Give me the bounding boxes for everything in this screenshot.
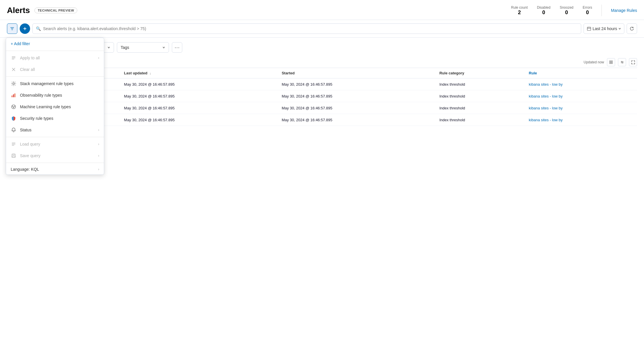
toolbar: 🔍 Last 24 hours — [0, 20, 644, 38]
more-filters-button[interactable]: ⋯ — [172, 42, 182, 53]
header-divider — [601, 5, 602, 16]
filter-icon — [10, 26, 14, 31]
svg-rect-27 — [12, 154, 15, 157]
stat-disabled: Disabled 0 — [537, 5, 551, 16]
refresh-button[interactable] — [627, 23, 637, 34]
save-query-item[interactable]: Save query › — [6, 150, 104, 161]
save-query-chevron: › — [98, 154, 99, 158]
col-last-updated[interactable]: Last updated ↓ — [121, 68, 278, 78]
ml-icon — [11, 104, 16, 110]
sort-icon: ↓ — [150, 71, 151, 75]
add-filter-circle-button[interactable] — [20, 23, 30, 34]
search-container: 🔍 — [32, 23, 581, 34]
group-filter-chevron — [107, 46, 110, 49]
time-picker[interactable]: Last 24 hours — [584, 23, 624, 34]
grid-view-button[interactable] — [607, 58, 615, 66]
language-chevron: › — [98, 167, 99, 171]
expand-button[interactable] — [629, 58, 637, 66]
cell-started: May 30, 2024 @ 16:46:57.895 — [278, 102, 436, 114]
col-rule-category: Rule category — [436, 68, 525, 78]
dropdown-divider-1 — [6, 51, 104, 51]
svg-rect-35 — [611, 61, 612, 62]
updated-text: Updated now — [584, 60, 604, 64]
add-filter-item[interactable]: + Add filter — [6, 38, 104, 49]
cell-started: May 30, 2024 @ 16:46:57.895 — [278, 114, 436, 126]
main-content: + Add filter Apply to all › — [0, 38, 644, 131]
stack-management-item[interactable]: Stack management rule types — [6, 78, 104, 89]
cell-last-updated: May 30, 2024 @ 16:46:57.895 — [121, 102, 278, 114]
observability-item[interactable]: Observability rule types — [6, 89, 104, 101]
page-title: Alerts — [7, 6, 30, 15]
filter-dropdown-panel: + Add filter Apply to all › — [6, 38, 104, 175]
search-icon: 🔍 — [36, 26, 41, 31]
expand-icon — [631, 60, 635, 64]
dropdown-divider-2 — [6, 76, 104, 77]
load-query-icon — [11, 141, 16, 147]
calendar-icon — [587, 26, 591, 31]
tags-filter-chevron — [162, 46, 165, 49]
status-chevron: › — [98, 128, 99, 132]
clear-all-icon — [11, 67, 16, 72]
cell-rule[interactable]: kibana sites - low by — [525, 90, 637, 102]
cell-last-updated: May 30, 2024 @ 16:46:57.895 — [121, 90, 278, 102]
clear-all-item[interactable]: Clear all — [6, 64, 104, 75]
svg-rect-16 — [13, 94, 14, 97]
tags-filter-dropdown[interactable]: Tags — [117, 42, 169, 53]
search-input[interactable] — [32, 23, 581, 34]
security-item[interactable]: Security rule types — [6, 113, 104, 124]
manage-rules-link[interactable]: Manage Rules — [611, 8, 637, 13]
chevron-down-icon — [618, 27, 621, 30]
stat-errors: Errors 0 — [583, 5, 592, 16]
svg-rect-37 — [611, 63, 612, 64]
time-picker-text: Last 24 hours — [593, 26, 617, 31]
filter-toggle-button[interactable] — [7, 23, 17, 34]
status-item[interactable]: Status › — [6, 124, 104, 136]
machine-learning-item[interactable]: Machine Learning rule types — [6, 101, 104, 113]
apply-to-all-item[interactable]: Apply to all › — [6, 52, 104, 64]
svg-line-23 — [14, 106, 14, 108]
cell-rule-category: Index threshold — [436, 114, 525, 126]
grid-icon — [609, 60, 613, 64]
load-query-item[interactable]: Load query › — [6, 138, 104, 150]
language-item[interactable]: Language: KQL › — [6, 164, 104, 175]
save-query-icon — [11, 153, 16, 159]
cell-rule-category: Index threshold — [436, 90, 525, 102]
bell-icon — [11, 127, 16, 133]
cell-rule[interactable]: kibana sites - low by — [525, 102, 637, 114]
barchart-icon — [11, 92, 16, 98]
svg-rect-17 — [14, 93, 15, 97]
col-started: Started — [278, 68, 436, 78]
refresh-icon — [630, 26, 634, 31]
dropdown-divider-4 — [6, 163, 104, 163]
col-rule: Rule — [525, 68, 637, 78]
plus-icon — [23, 27, 27, 31]
cell-rule[interactable]: kibana sites - low by — [525, 114, 637, 126]
cell-started: May 30, 2024 @ 16:46:57.895 — [278, 78, 436, 90]
tabs-right: Updated now — [584, 58, 637, 66]
cell-last-updated: May 30, 2024 @ 16:46:57.895 — [121, 114, 278, 126]
cell-rule[interactable]: kibana sites - low by — [525, 78, 637, 90]
svg-rect-29 — [12, 156, 15, 157]
svg-point-40 — [621, 61, 622, 62]
apply-to-all-chevron: › — [98, 56, 99, 60]
svg-rect-36 — [610, 63, 611, 64]
apply-to-all-icon — [11, 55, 16, 61]
svg-rect-34 — [610, 61, 611, 62]
settings-view-button[interactable] — [618, 58, 626, 66]
svg-rect-15 — [12, 95, 12, 97]
stat-rule-count: Rule count 2 — [511, 5, 528, 16]
cell-started: May 30, 2024 @ 16:46:57.895 — [278, 90, 436, 102]
tech-preview-badge: TECHNICAL PREVIEW — [34, 8, 77, 13]
cell-rule-category: Index threshold — [436, 102, 525, 114]
svg-rect-5 — [587, 27, 591, 30]
cell-last-updated: May 30, 2024 @ 16:46:57.895 — [121, 78, 278, 90]
svg-line-22 — [13, 106, 13, 108]
cell-rule-category: Index threshold — [436, 78, 525, 90]
dropdown-divider-3 — [6, 137, 104, 137]
security-icon — [11, 115, 16, 121]
sliders-icon — [620, 60, 624, 64]
load-query-chevron: › — [98, 142, 99, 146]
svg-point-41 — [622, 62, 623, 63]
gear-icon — [11, 81, 16, 87]
stat-snoozed: Snoozed 0 — [560, 5, 573, 16]
